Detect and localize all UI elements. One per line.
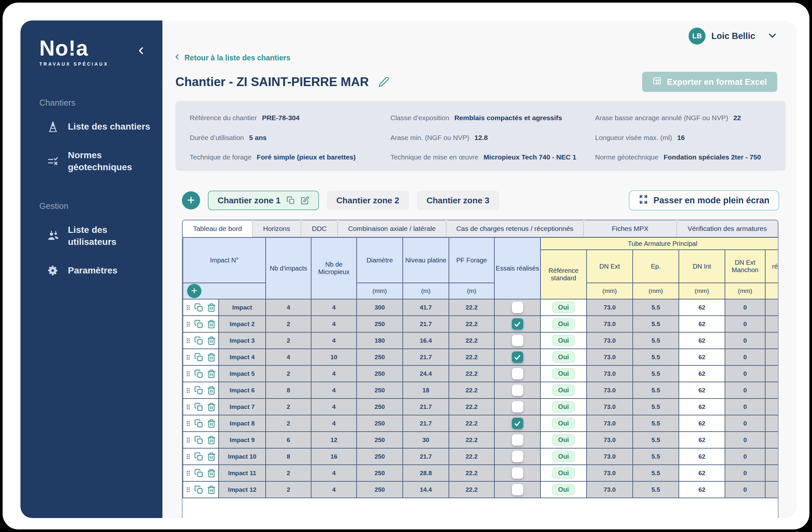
dn-int-cell[interactable]: 62 [679,432,725,448]
impact-name-cell[interactable]: Impact 4 [219,349,266,365]
nb-impacts-cell[interactable]: 2 [266,399,311,415]
dn-ext-cell[interactable]: 73.0 [586,448,633,465]
delete-row-icon[interactable] [207,386,216,395]
delete-row-icon[interactable] [207,303,216,312]
impact-name-cell[interactable]: Impact 12 [219,481,266,498]
impact-name-cell[interactable]: Impact 8 [219,415,266,432]
ep-cell[interactable]: 5.5 [633,316,679,332]
dn-ext-manchon-cell[interactable]: 0 [725,332,765,349]
essais-checkbox[interactable] [512,302,523,313]
dn-ext-manchon-cell[interactable]: 0 [725,432,765,448]
ep-cell[interactable]: 5.5 [633,399,679,415]
ep-cell[interactable]: 5.5 [633,415,679,432]
delete-row-icon[interactable] [207,353,216,362]
drag-handle-icon[interactable] [186,354,191,361]
add-zone-button[interactable] [182,191,200,210]
ep-cell[interactable]: 5.5 [633,349,679,365]
reference-standard-badge[interactable]: Oui [552,318,575,330]
dn-ext-cell[interactable]: 73.0 [586,299,633,316]
essais-checkbox[interactable] [512,335,523,346]
nb-micropieux-cell[interactable]: 4 [311,299,357,316]
dn-ext-cell[interactable]: 73.0 [586,349,633,365]
niveau-platine-cell[interactable]: 21.7 [403,399,449,415]
tab-fiches-mpx[interactable]: Fiches MPX [584,220,677,237]
pf-forage-cell[interactable]: 22.2 [449,365,494,382]
dn-int-cell[interactable]: 62 [679,365,725,382]
tab-cas-de-charges[interactable]: Cas de charges retenus / réceptionnés [446,220,584,237]
dn-ext-manchon-cell[interactable]: 0 [725,399,765,415]
niveau-platine-cell[interactable]: 21.7 [403,349,449,365]
niveau-platine-cell[interactable]: 21.7 [403,415,449,432]
dn-int-cell[interactable]: 62 [679,465,725,481]
duplicate-zone-icon[interactable] [287,196,295,205]
essais-checkbox[interactable] [512,351,523,363]
diametre-cell[interactable]: 250 [357,365,403,382]
ep-cell[interactable]: 5.5 [633,382,679,399]
dn-int-cell[interactable]: 62 [679,399,725,415]
impact-name-cell[interactable]: Impact [219,299,266,316]
duplicate-row-icon[interactable] [194,452,203,461]
dn-ext-cell[interactable]: 73.0 [586,382,633,399]
dn-ext-manchon-cell[interactable]: 0 [725,481,765,498]
add-row-button[interactable] [187,284,201,298]
dn-ext-cell[interactable]: 73.0 [586,365,633,382]
essais-checkbox[interactable] [512,468,523,479]
nb-impacts-cell[interactable]: 2 [266,365,311,382]
nb-impacts-cell[interactable]: 2 [266,332,311,349]
ep-cell[interactable]: 5.5 [633,465,679,481]
reference-standard-badge[interactable]: Oui [552,401,575,413]
reference-standard-badge[interactable]: Oui [552,302,575,313]
dn-ext-cell[interactable]: 73.0 [586,316,633,332]
diametre-cell[interactable]: 250 [357,382,403,399]
dn-ext-manchon-cell[interactable]: 0 [725,365,765,382]
nb-micropieux-cell[interactable]: 4 [311,399,357,415]
diametre-cell[interactable]: 250 [357,432,403,448]
tab-combinaison-axiale-laterale[interactable]: Combinaison axiale / latérale [338,220,446,237]
nb-impacts-cell[interactable]: 6 [266,432,311,448]
dn-int-cell[interactable]: 62 [679,448,725,465]
niveau-platine-cell[interactable]: 24.4 [403,365,449,382]
duplicate-row-icon[interactable] [194,336,203,345]
diametre-cell[interactable]: 250 [357,448,403,465]
duplicate-row-icon[interactable] [194,303,203,312]
nb-impacts-cell[interactable]: 8 [266,382,311,399]
ep-cell[interactable]: 5.5 [633,481,679,498]
user-menu-button[interactable] [768,30,777,42]
niveau-platine-cell[interactable]: 21.7 [403,316,449,332]
duplicate-row-icon[interactable] [194,402,203,412]
reference-standard-badge[interactable]: Oui [552,468,575,479]
ep-cell[interactable]: 5.5 [633,299,679,316]
nb-micropieux-cell[interactable]: 4 [311,365,357,382]
delete-row-icon[interactable] [207,419,216,428]
drag-handle-icon[interactable] [186,453,191,460]
essais-checkbox[interactable] [512,385,523,396]
delete-row-icon[interactable] [207,336,216,345]
edit-title-button[interactable] [378,76,389,87]
dn-ext-manchon-cell[interactable]: 0 [725,415,765,432]
tab-ddc[interactable]: DDC [301,220,338,237]
impact-name-cell[interactable]: Impact 7 [219,399,266,415]
fullscreen-button[interactable]: Passer en mode plein écran [629,190,779,211]
niveau-platine-cell[interactable]: 14.4 [403,481,449,498]
reference-standard-badge[interactable]: Oui [552,368,575,379]
pf-forage-cell[interactable]: 22.2 [449,415,494,432]
ep-cell[interactable]: 5.5 [633,432,679,448]
dn-ext-manchon-cell[interactable]: 0 [725,382,765,399]
nb-impacts-cell[interactable]: 8 [266,448,311,465]
diametre-cell[interactable]: 250 [357,349,403,365]
reference-standard-badge[interactable]: Oui [552,335,575,346]
impact-name-cell[interactable]: Impact 9 [219,432,266,448]
back-link[interactable]: Retour à la liste des chantiers [174,53,290,63]
diametre-cell[interactable]: 250 [357,316,403,332]
zone-tab-2[interactable]: Chantier zone 2 [327,191,409,210]
impact-name-cell[interactable]: Impact 5 [219,365,266,382]
zone-tab-1[interactable]: Chantier zone 1 [208,191,319,210]
dn-ext-cell[interactable]: 73.0 [586,432,633,448]
reference-standard-badge[interactable]: Oui [552,434,575,446]
nb-impacts-cell[interactable]: 4 [266,299,311,316]
duplicate-row-icon[interactable] [194,369,203,378]
tab-tableau-de-bord[interactable]: Tableau de bord [183,220,252,237]
delete-row-icon[interactable] [207,435,216,445]
nb-micropieux-cell[interactable]: 4 [311,332,357,349]
delete-row-icon[interactable] [207,485,216,494]
